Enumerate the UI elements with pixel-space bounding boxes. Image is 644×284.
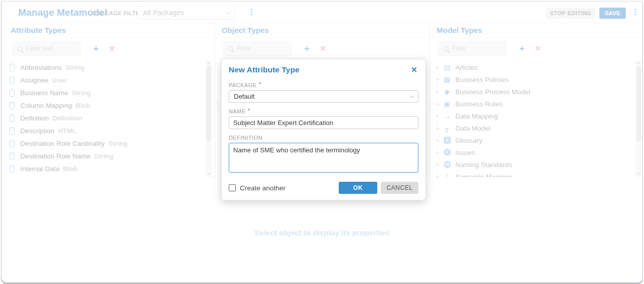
package-select[interactable]: Default [229,90,418,103]
scroll-down-icon[interactable]: ▼ [635,171,642,177]
attribute-type-item[interactable]: Business Name String [5,87,214,99]
model-type-item[interactable]: ⇩ Semantic Mapping [431,171,643,177]
model-type-item[interactable]: ╥ Data Model [431,122,643,134]
panel-splitter-handle[interactable] [217,98,220,113]
scroll-down-icon[interactable]: ▼ [205,171,212,177]
search-icon [228,46,233,51]
attribute-icon [10,64,15,71]
model-types-panel: Model Types + ✕ ▤ Articles ▦ Business Po… [431,23,643,178]
package-filter-value: All Packages [143,9,226,17]
expand-icon[interactable] [435,173,440,178]
model-type-item[interactable]: ▦ Business Policies [431,73,643,86]
model-type-label: Issues [455,149,475,156]
model-type-label: Naming Standards [455,161,512,169]
model-type-label: Business Policies [455,76,509,84]
attribute-type-item[interactable]: Column Mapping Blob [5,99,214,112]
search-icon [17,46,22,51]
attribute-type-item[interactable]: Definition Definition [5,112,214,125]
expand-icon[interactable] [435,112,440,120]
chevron-down-icon [410,93,415,98]
name-field-label: NAME* [229,108,418,114]
app-window: Manage Metamodel PACKAGE FILTER All Pack… [1,1,643,283]
model-filter-input[interactable] [452,45,503,52]
stop-editing-button[interactable]: STOP EDITING [546,8,596,19]
articles-icon: ▤ [443,63,451,71]
expand-icon[interactable] [435,76,440,84]
expand-icon[interactable] [435,137,440,144]
attribute-type-item[interactable]: Destination Role Cardinality String [5,137,214,150]
attribute-icon [10,114,15,122]
delete-object-type-icon[interactable]: ✕ [320,45,327,52]
expand-icon[interactable] [435,125,440,132]
issues-icon: ✓ [443,149,451,156]
expand-icon[interactable] [435,161,440,169]
model-types-title: Model Types [431,23,643,37]
package-filter-select[interactable]: All Packages [137,6,235,20]
model-type-item[interactable]: A Glossary [431,134,643,146]
model-types-toolbar: + ✕ [431,37,643,59]
glossary-icon: A [443,137,451,144]
attribute-types-toolbar: + ✕ [5,37,214,59]
attribute-icon [10,127,15,135]
model-list-scrollbar[interactable]: ▲ ▼ [635,60,642,177]
definition-field[interactable]: Name of SME who certified the terminolog… [229,143,418,173]
add-object-type-icon[interactable]: + [304,44,310,53]
scroll-up-icon[interactable]: ▲ [635,60,642,66]
object-filter-box [223,41,292,56]
model-type-item[interactable]: → Data Mapping [431,110,643,122]
header-more-menu-icon[interactable]: ⋮ [631,8,639,16]
scrollbar-thumb[interactable] [636,66,641,141]
attribute-filter-box [12,41,81,56]
attribute-type-item[interactable]: Destination Role Name String [5,150,214,163]
attribute-type-item[interactable]: Description HTML [5,125,214,137]
app-header: Manage Metamodel PACKAGE FILTER All Pack… [2,2,642,23]
name-field[interactable] [229,116,418,129]
save-button[interactable]: SAVE [599,8,626,19]
model-type-item[interactable]: ✓ Issues [431,146,643,158]
attribute-type-item[interactable]: Issue Priority Enumeration [5,175,214,177]
add-attribute-type-icon[interactable]: + [93,44,99,53]
expand-icon[interactable] [435,100,440,108]
attribute-type-item[interactable]: Abbreviations String [5,61,214,74]
definition-field-label: DEFINITION [229,135,418,141]
business-process-model-icon: ◆ [443,88,451,96]
attribute-list-scrollbar[interactable]: ▲ ▼ [205,60,212,177]
ok-button[interactable]: OK [339,182,377,194]
attribute-type-item[interactable]: Internal Data Blob [5,163,214,175]
delete-model-type-icon[interactable]: ✕ [535,45,542,52]
cancel-button[interactable]: CANCEL [381,182,418,194]
expand-icon[interactable] [435,149,440,156]
object-filter-input[interactable] [237,45,288,52]
model-type-item[interactable]: AB Naming Standards [431,158,643,171]
required-marker: * [259,82,261,88]
search-icon [443,46,448,51]
attribute-types-list: Abbreviations String Assignee User Busin… [5,59,214,177]
properties-empty-message: Select object to display its properties [2,228,642,237]
expand-icon[interactable] [435,88,440,96]
scrollbar-thumb[interactable] [206,66,211,141]
create-another-checkbox[interactable] [229,184,236,191]
model-type-item[interactable]: ◆ Business Process Model [431,86,643,98]
add-model-type-icon[interactable]: + [519,44,525,53]
attribute-type-item[interactable]: Assignee User [5,74,214,87]
model-filter-box [438,41,507,56]
attribute-datatype: HTML [58,127,77,135]
close-icon[interactable]: ✕ [410,65,418,74]
package-filter-label: PACKAGE FILTER [93,10,144,16]
model-type-item[interactable]: ▤ Articles [431,61,643,73]
model-type-label: Business Rules [455,100,503,108]
panel-splitter-handle[interactable] [428,98,432,113]
attribute-icon [10,152,15,160]
package-field-label: PACKAGE* [229,82,418,88]
model-type-label: Data Mapping [455,112,498,120]
chevron-down-icon [226,10,231,15]
model-type-label: Glossary [455,137,482,144]
header-menu-icon[interactable]: ⋮ [247,8,256,16]
model-type-item[interactable]: ▣ Business Rules [431,98,643,110]
attribute-label: Destination Role Name [20,152,91,160]
delete-attribute-type-icon[interactable]: ✕ [109,45,116,52]
attribute-filter-input[interactable] [26,45,77,52]
scroll-up-icon[interactable]: ▲ [205,60,212,66]
expand-icon[interactable] [435,64,440,71]
create-another-label: Create another [240,184,285,192]
